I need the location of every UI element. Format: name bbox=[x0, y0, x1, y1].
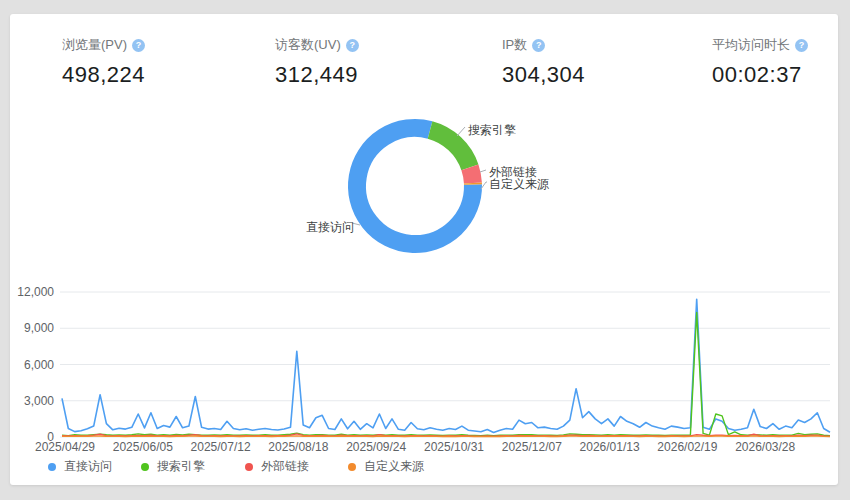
legend-label: 直接访问 bbox=[64, 458, 112, 475]
stat-pageviews: 浏览量(PV) ? 498,224 bbox=[62, 36, 145, 88]
analytics-card: 浏览量(PV) ? 498,224 访客数(UV) ? 312,449 IP数 … bbox=[10, 14, 838, 485]
help-icon[interactable]: ? bbox=[532, 39, 545, 52]
help-icon[interactable]: ? bbox=[346, 39, 359, 52]
stat-label: 平均访问时长 bbox=[712, 36, 790, 54]
svg-text:6,000: 6,000 bbox=[24, 358, 54, 372]
traffic-trend-line-chart: 03,0006,0009,00012,0002025/04/292025/06/… bbox=[10, 274, 838, 474]
legend-dot bbox=[48, 463, 56, 471]
stat-pageviews-value: 498,224 bbox=[62, 62, 145, 88]
svg-text:9,000: 9,000 bbox=[24, 321, 54, 335]
svg-text:2025/09/24: 2025/09/24 bbox=[346, 440, 406, 454]
svg-text:2026/02/19: 2026/02/19 bbox=[657, 440, 717, 454]
stat-avg-duration-value: 00:02:37 bbox=[712, 62, 808, 88]
help-icon[interactable]: ? bbox=[795, 39, 808, 52]
stat-pageviews-label-row: 浏览量(PV) ? bbox=[62, 36, 145, 54]
legend-label: 自定义来源 bbox=[364, 458, 424, 475]
stat-visitors-value: 312,449 bbox=[275, 62, 359, 88]
legend-label: 搜索引擎 bbox=[157, 458, 205, 475]
legend-item-search-engine[interactable]: 搜索引擎 bbox=[141, 458, 205, 475]
stat-label: IP数 bbox=[502, 36, 527, 54]
legend-dot bbox=[348, 463, 356, 471]
stat-ip-count: IP数 ? 304,304 bbox=[502, 36, 585, 88]
svg-text:2025/08/18: 2025/08/18 bbox=[268, 440, 328, 454]
donut-label-custom-source: 自定义来源 bbox=[489, 176, 549, 193]
svg-text:2025/04/29: 2025/04/29 bbox=[35, 440, 95, 454]
stat-ip-value: 304,304 bbox=[502, 62, 585, 88]
stat-visitors-label-row: 访客数(UV) ? bbox=[275, 36, 359, 54]
donut-label-search-engine: 搜索引擎 bbox=[468, 122, 516, 139]
legend-item-custom-source[interactable]: 自定义来源 bbox=[348, 458, 424, 475]
svg-text:2026/01/13: 2026/01/13 bbox=[580, 440, 640, 454]
svg-text:3,000: 3,000 bbox=[24, 394, 54, 408]
stat-avg-duration: 平均访问时长 ? 00:02:37 bbox=[712, 36, 808, 88]
svg-text:2025/12/07: 2025/12/07 bbox=[502, 440, 562, 454]
svg-text:2025/10/31: 2025/10/31 bbox=[424, 440, 484, 454]
legend-item-external-links[interactable]: 外部链接 bbox=[245, 458, 309, 475]
legend-label: 外部链接 bbox=[261, 458, 309, 475]
stat-label: 访客数(UV) bbox=[275, 36, 341, 54]
stat-label: 浏览量(PV) bbox=[62, 36, 127, 54]
svg-text:2026/03/28: 2026/03/28 bbox=[735, 440, 795, 454]
legend-dot bbox=[141, 463, 149, 471]
svg-text:2025/06/05: 2025/06/05 bbox=[113, 440, 173, 454]
donut-label-direct-access: 直接访问 bbox=[306, 219, 354, 236]
stat-visitors: 访客数(UV) ? 312,449 bbox=[275, 36, 359, 88]
stat-ip-label-row: IP数 ? bbox=[502, 36, 585, 54]
help-icon[interactable]: ? bbox=[132, 39, 145, 52]
legend-dot bbox=[245, 463, 253, 471]
svg-text:12,000: 12,000 bbox=[17, 285, 54, 299]
legend-item-direct-access[interactable]: 直接访问 bbox=[48, 458, 112, 475]
stat-avg-duration-label-row: 平均访问时长 ? bbox=[712, 36, 808, 54]
svg-text:2025/07/12: 2025/07/12 bbox=[191, 440, 251, 454]
